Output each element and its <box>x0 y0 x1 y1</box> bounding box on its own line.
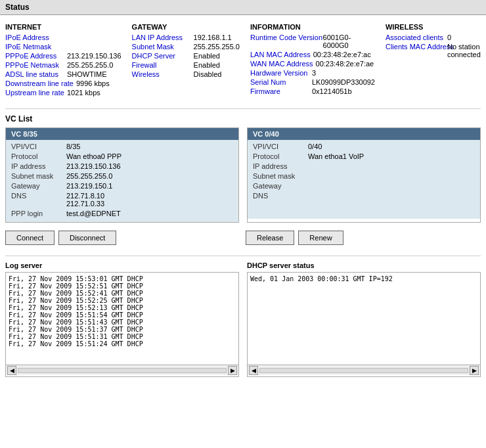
downstream-row: Downstream line rate 9996 kbps <box>5 79 121 87</box>
associated-clients-label: Associated clients <box>386 34 445 41</box>
log-line: Fri, 27 Nov 2009 15:51:31 GMT DHCP <box>9 333 236 340</box>
lan-mac-label: LAN MAC Address <box>250 51 311 58</box>
vc2-title-text: VC 0/40 <box>253 130 279 138</box>
subnet-mask-value: 255.255.255.0 <box>194 43 240 51</box>
release-button[interactable]: Release <box>246 231 294 245</box>
lan-mac-row: LAN MAC Address 00:23:48:2e:e7:ac <box>250 51 375 58</box>
wireless-label: Wireless <box>132 70 191 78</box>
vc1-title-text: VC 8/35 <box>11 130 37 138</box>
renew-button[interactable]: Renew <box>298 231 343 245</box>
wireless-heading: WIRELESS <box>386 23 486 31</box>
log-line: Fri, 27 Nov 2009 15:52:25 GMT DHCP <box>9 297 236 304</box>
wireless-value: Disabled <box>194 70 222 78</box>
upstream-value: 1021 kbps <box>67 89 100 97</box>
dhcp-server-value: Enabled <box>194 52 220 60</box>
runtime-value: 6001G0-6000G0 <box>323 34 375 49</box>
firmware-value: 0x1214051b <box>312 87 352 95</box>
associated-clients-value: 0 <box>447 34 451 41</box>
status-header: Status <box>0 0 486 15</box>
dhcp-scroll-right-arrow[interactable]: ▶ <box>470 366 479 375</box>
vc-list-header: VC List <box>5 114 481 123</box>
pppoe-netmask-row: PPPoE Netmask 255.255.255.0 <box>5 61 121 69</box>
downstream-value: 9996 kbps <box>76 79 110 87</box>
internet-section: INTERNET IPoE Address IPoE Netmask PPPoE… <box>5 23 127 98</box>
vc1-ppp-value: test.d@EDPNET <box>66 210 121 217</box>
adsl-status-row: ADSL line status SHOWTIME <box>5 70 121 78</box>
log-line: Fri, 27 Nov 2009 15:52:41 GMT DHCP <box>9 290 236 297</box>
dhcp-status-title: DHCP server status <box>247 261 481 269</box>
vc2-protocol-label: Protocol <box>253 152 305 160</box>
associated-clients-row: Associated clients 0 <box>386 34 486 41</box>
firewall-value: Enabled <box>194 61 220 69</box>
vc1-ip-row: IP address 213.219.150.136 <box>11 162 233 170</box>
vc1-buttons: Connect Disconnect <box>5 231 240 245</box>
button-row: Connect Disconnect Release Renew <box>5 231 481 245</box>
vc1-dns-label: DNS <box>11 192 64 208</box>
vc1-protocol-value: Wan ethoa0 PPP <box>66 152 121 160</box>
scroll-right-arrow[interactable]: ▶ <box>228 366 237 375</box>
vc2-subnet-label: Subnet mask <box>253 172 305 180</box>
info-grid: INTERNET IPoE Address IPoE Netmask PPPoE… <box>5 20 481 101</box>
internet-heading: INTERNET <box>5 23 121 31</box>
vc2-dns-label: DNS <box>253 192 305 200</box>
firewall-label: Firewall <box>132 61 191 69</box>
bottom-grid: Log server Fri, 27 Nov 2009 15:53:01 GMT… <box>5 261 481 377</box>
scroll-left-arrow[interactable]: ◀ <box>7 366 16 375</box>
vc-list-title: VC List <box>5 114 32 123</box>
vc1-vpivci-label: VPI/VCI <box>11 143 64 150</box>
vc2-dns-row: DNS <box>253 192 475 200</box>
wireless-section: WIRELESS Associated clients 0 Clients MA… <box>380 23 486 98</box>
firmware-label: Firmware <box>250 87 309 95</box>
log-server-content[interactable]: Fri, 27 Nov 2009 15:53:01 GMT DHCPFri, 2… <box>6 273 238 365</box>
adsl-status-value: SHOWTIME <box>67 70 107 78</box>
vc1-ip-label: IP address <box>11 162 64 170</box>
vc1-dns-value: 212.71.8.10212.71.0.33 <box>66 192 104 208</box>
pppoe-address-value: 213.219.150.136 <box>67 52 121 60</box>
runtime-label: Runtime Code Version <box>250 34 320 49</box>
header-title: Status <box>5 3 30 12</box>
vc1-dns-row: DNS 212.71.8.10212.71.0.33 <box>11 192 233 208</box>
vc-grid: VC 8/35 VPI/VCI 8/35 Protocol Wan ethoa0… <box>5 127 481 223</box>
log-line: Fri, 27 Nov 2009 15:53:01 GMT DHCP <box>9 275 236 282</box>
vc1-ppp-row: PPP login test.d@EDPNET <box>11 210 233 217</box>
vc2-vpivci-value: 0/40 <box>308 143 322 150</box>
dhcp-status-content[interactable]: Wed, 01 Jan 2003 00:00:31 GMT IP=192 <box>248 273 480 365</box>
vc2-gateway-row: Gateway <box>253 182 475 190</box>
ipoE-address-row: IPoE Address <box>5 34 121 41</box>
vc1-subnet-row: Subnet mask 255.255.255.0 <box>11 172 233 180</box>
disconnect-button[interactable]: Disconnect <box>58 231 116 245</box>
wan-mac-value: 00:23:48:2e:e7:ae <box>316 60 374 68</box>
firmware-row: Firmware 0x1214051b <box>250 87 375 95</box>
log-server-title: Log server <box>5 261 239 269</box>
vc2-ip-label: IP address <box>253 162 305 170</box>
vc2-vpivci-label: VPI/VCI <box>253 143 305 150</box>
ipoE-address-label: IPoE Address <box>5 34 64 41</box>
log-server-box: Fri, 27 Nov 2009 15:53:01 GMT DHCPFri, 2… <box>5 272 239 377</box>
serial-value: LK09099DP330092 <box>312 78 375 86</box>
log-line: Fri, 27 Nov 2009 15:52:51 GMT DHCP <box>9 282 236 290</box>
log-line: Fri, 27 Nov 2009 15:51:43 GMT DHCP <box>9 319 236 326</box>
dhcp-scroll-left-arrow[interactable]: ◀ <box>249 366 258 375</box>
vc1-vpivci-row: VPI/VCI 8/35 <box>11 143 233 150</box>
dhcp-status-section: DHCP server status Wed, 01 Jan 2003 00:0… <box>247 261 481 377</box>
scroll-track[interactable] <box>18 368 227 373</box>
vc1-content: VPI/VCI 8/35 Protocol Wan ethoa0 PPP IP … <box>6 140 238 222</box>
vc1-gateway-value: 213.219.150.1 <box>66 182 112 190</box>
vc2-box: VC 0/40 VPI/VCI 0/40 Protocol Wan ethoa1… <box>247 127 481 223</box>
hardware-label: Hardware Version <box>250 69 309 77</box>
vc1-gateway-row: Gateway 213.219.150.1 <box>11 182 233 190</box>
upstream-label: Upstream line rate <box>5 89 64 97</box>
vc2-protocol-row: Protocol Wan ethoa1 VoIP <box>253 152 475 160</box>
dhcp-scroll-track[interactable] <box>259 368 468 373</box>
dhcp-status-box: Wed, 01 Jan 2003 00:00:31 GMT IP=192 ◀ ▶ <box>247 272 481 377</box>
ipoE-netmask-label: IPoE Netmask <box>5 43 64 51</box>
pppoe-address-row: PPPoE Address 213.219.150.136 <box>5 52 121 60</box>
vc1-vpivci-value: 8/35 <box>66 143 80 150</box>
connect-button[interactable]: Connect <box>5 231 55 245</box>
log-line: Fri, 27 Nov 2009 15:51:54 GMT DHCP <box>9 311 236 319</box>
pppoe-netmask-label: PPPoE Netmask <box>5 61 64 69</box>
lan-ip-label: LAN IP Address <box>132 34 191 41</box>
vc2-ip-row: IP address <box>253 162 475 170</box>
dhcp-scrollbar: ◀ ▶ <box>248 365 480 375</box>
subnet-mask-row: Subnet Mask 255.255.255.0 <box>132 43 240 51</box>
